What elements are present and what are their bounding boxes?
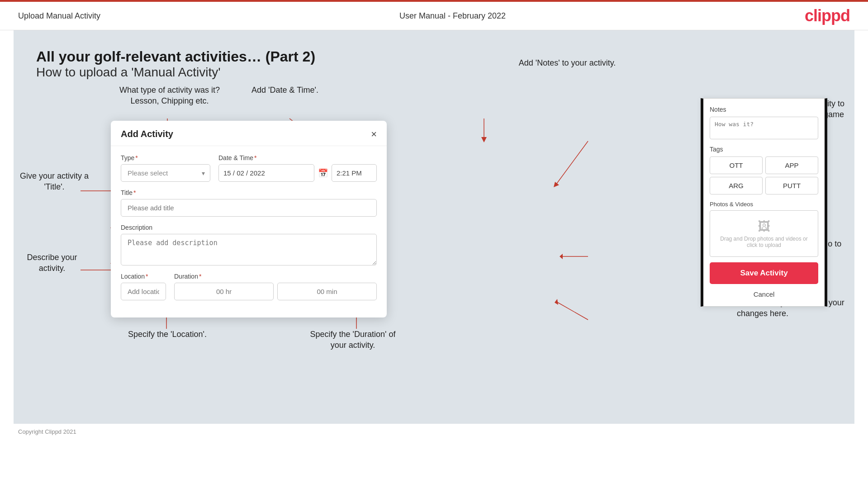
notes-textarea[interactable] — [710, 117, 818, 139]
date-time-inputs: 📅 — [218, 164, 377, 182]
footer: Copyright Clippd 2021 — [0, 424, 868, 440]
type-label: Type* — [121, 154, 210, 161]
heading-1: All your golf-relevant activities… (Part… — [36, 48, 832, 65]
save-activity-button[interactable]: Save Activity — [710, 262, 818, 284]
heading-2: How to upload a 'Manual Activity' — [36, 65, 832, 80]
type-select[interactable]: Please select — [121, 164, 210, 182]
ann-date-time: Add 'Date & Time'. — [244, 85, 326, 95]
dialog-header: Add Activity × — [111, 121, 387, 146]
time-input[interactable] — [332, 164, 377, 182]
notes-group: Notes — [710, 106, 818, 139]
ann-duration: Specify the 'Duration' of your activity. — [303, 329, 403, 351]
ann-what-type: What type of activity was it? Lesson, Ch… — [118, 85, 222, 107]
tags-label: Tags — [710, 146, 818, 153]
add-activity-dialog: Add Activity × Type* Please select ▾ — [111, 121, 387, 317]
page-title: Upload Manual Activity — [18, 11, 100, 21]
type-group: Type* Please select ▾ — [121, 154, 210, 182]
svg-line-17 — [556, 141, 588, 184]
photos-drop-text: Drag and Drop photos and videos or click… — [720, 236, 807, 248]
tags-grid: OTT APP ARG PUTT — [710, 156, 818, 194]
ann-notes: Add 'Notes' to your activity. — [515, 57, 619, 68]
title-label: Title* — [121, 189, 377, 196]
datetime-group: Date & Time* 📅 — [218, 154, 377, 182]
photos-drop-zone[interactable]: 🖼 Drag and Drop photos and videos or cli… — [710, 210, 818, 257]
svg-marker-18 — [554, 182, 559, 187]
tag-putt[interactable]: PUTT — [765, 177, 818, 194]
tag-app[interactable]: APP — [765, 156, 818, 174]
ann-location: Specify the 'Location'. — [122, 329, 213, 340]
tag-arg[interactable]: ARG — [710, 177, 763, 194]
datetime-label: Date & Time* — [218, 154, 377, 161]
title-input[interactable] — [121, 199, 377, 217]
duration-group: Duration* — [174, 273, 377, 300]
type-select-wrapper: Please select ▾ — [121, 164, 210, 182]
duration-inputs — [174, 283, 377, 300]
svg-marker-20 — [560, 254, 563, 259]
type-datetime-row: Type* Please select ▾ Date & Time* — [121, 154, 377, 182]
ann-describe: Describe your activity. — [16, 252, 88, 274]
photos-section: Photos & Videos 🖼 Drag and Drop photos a… — [710, 201, 818, 257]
location-duration-row: Location* Duration* — [121, 273, 377, 300]
duration-min-input[interactable] — [277, 283, 377, 300]
notes-label: Notes — [710, 106, 818, 113]
description-label: Description — [121, 224, 377, 231]
description-textarea[interactable] — [121, 234, 377, 265]
dialog-body: Type* Please select ▾ Date & Time* — [111, 146, 387, 317]
side-panel: Notes Tags OTT APP ARG PUTT Photos & Vid… — [701, 98, 827, 307]
ann-title: Give your activity a 'Title'. — [16, 171, 93, 193]
side-panel-body: Notes Tags OTT APP ARG PUTT Photos & Vid… — [703, 99, 825, 306]
description-group: Description — [121, 224, 377, 265]
svg-marker-16 — [481, 137, 487, 142]
calendar-icon[interactable]: 📅 — [318, 168, 328, 178]
svg-line-21 — [556, 302, 588, 320]
photo-icon: 🖼 — [715, 219, 813, 234]
dialog-title: Add Activity — [121, 129, 173, 139]
photos-label: Photos & Videos — [710, 201, 818, 208]
title-group: Title* — [121, 189, 377, 217]
copyright: Copyright Clippd 2021 — [18, 428, 76, 435]
date-input[interactable] — [218, 164, 314, 182]
location-label: Location* — [121, 273, 166, 280]
cancel-link[interactable]: Cancel — [710, 289, 818, 300]
location-group: Location* — [121, 273, 166, 300]
top-accent — [0, 0, 868, 2]
main-content: All your golf-relevant activities… (Part… — [14, 30, 854, 424]
svg-marker-22 — [555, 299, 558, 305]
location-input[interactable] — [121, 283, 166, 300]
duration-label: Duration* — [174, 273, 377, 280]
tag-ott[interactable]: OTT — [710, 156, 763, 174]
manual-title: User Manual - February 2022 — [399, 11, 506, 21]
page-heading: All your golf-relevant activities… (Part… — [36, 48, 832, 80]
close-button[interactable]: × — [371, 129, 377, 139]
clippd-logo: clippd — [805, 6, 850, 25]
duration-hr-input[interactable] — [174, 283, 274, 300]
top-bar: Upload Manual Activity User Manual - Feb… — [0, 0, 868, 30]
